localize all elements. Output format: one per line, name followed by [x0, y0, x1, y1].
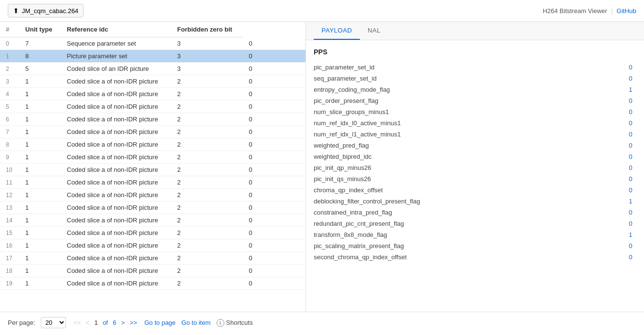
right-panel: PAYLOAD NAL PPS pic_parameter_set_id 0 s…	[306, 22, 644, 312]
tab-payload[interactable]: PAYLOAD	[314, 22, 360, 40]
file-open-button[interactable]: ⬆ JM_cqm_cabac.264	[8, 4, 84, 17]
prop-name: pic_init_qp_minus26	[314, 162, 440, 173]
info-icon: i	[217, 319, 224, 327]
row-zero-bit: 0	[243, 201, 305, 214]
row-num: 1	[19, 252, 61, 265]
table-row[interactable]: 19 1 Coded slice a of non-IDR picture 2 …	[0, 277, 305, 290]
prop-name: chroma_qp_index_offset	[314, 184, 440, 196]
table-row[interactable]: 8 1 Coded slice a of non-IDR picture 2 0	[0, 138, 305, 151]
github-link[interactable]: GitHub	[617, 7, 636, 15]
row-zero-bit: 0	[243, 176, 305, 189]
of-label: of	[101, 318, 109, 327]
nav-last[interactable]: >>	[128, 318, 138, 327]
row-index: 0	[0, 37, 19, 50]
prop-name: num_ref_idx_l1_active_minus1	[314, 129, 440, 140]
table-row[interactable]: 17 1 Coded slice a of non-IDR picture 2 …	[0, 252, 305, 265]
prop-name: seq_parameter_set_id	[314, 73, 440, 84]
go-to-page-link[interactable]: Go to page	[144, 319, 175, 326]
row-zero-bit: 0	[243, 227, 305, 239]
row-type: Picture parameter set	[61, 50, 171, 63]
row-num: 1	[19, 227, 61, 239]
row-type: Coded slice a of non-IDR picture	[61, 151, 171, 164]
table-row[interactable]: 7 1 Coded slice a of non-IDR picture 2 0	[0, 126, 305, 138]
table-row[interactable]: 12 1 Coded slice a of non-IDR picture 2 …	[0, 189, 305, 201]
table-header-row: # Unit type Reference idc Forbidden zero…	[0, 22, 305, 37]
prop-name: pic_init_qs_minus26	[314, 173, 440, 184]
tab-bar: PAYLOAD NAL	[306, 22, 644, 40]
prop-value: 0	[440, 218, 636, 229]
table-row[interactable]: 5 1 Coded slice a of non-IDR picture 2 0	[0, 100, 305, 113]
row-type: Coded slice a of non-IDR picture	[61, 227, 171, 239]
row-ref-idc: 2	[171, 227, 243, 239]
table-row[interactable]: 16 1 Coded slice a of non-IDR picture 2 …	[0, 239, 305, 252]
table-row[interactable]: 0 7 Sequence parameter set 3 0	[0, 37, 305, 50]
property-row: num_slice_groups_minus1 0	[314, 106, 636, 117]
table-row[interactable]: 18 1 Coded slice a of non-IDR picture 2 …	[0, 265, 305, 277]
row-index: 9	[0, 151, 19, 164]
table-row[interactable]: 11 1 Coded slice a of non-IDR picture 2 …	[0, 176, 305, 189]
prop-name: pic_scaling_matrix_present_flag	[314, 240, 440, 251]
table-row[interactable]: 14 1 Coded slice a of non-IDR picture 2 …	[0, 214, 305, 227]
upload-icon: ⬆	[13, 7, 19, 15]
row-num: 1	[19, 189, 61, 201]
prop-name: constrained_intra_pred_flag	[314, 207, 440, 218]
prop-value: 0	[440, 73, 636, 84]
table-row[interactable]: 10 1 Coded slice a of non-IDR picture 2 …	[0, 164, 305, 176]
table-row[interactable]: 6 1 Coded slice a of non-IDR picture 2 0	[0, 113, 305, 126]
prop-name: redundant_pic_cnt_present_flag	[314, 218, 440, 229]
nav-prev[interactable]: <	[85, 318, 91, 327]
row-ref-idc: 2	[171, 126, 243, 138]
row-zero-bit: 0	[243, 214, 305, 227]
nav-first[interactable]: <<	[72, 318, 82, 327]
row-type: Coded slice a of non-IDR picture	[61, 239, 171, 252]
tab-nal[interactable]: NAL	[360, 22, 389, 40]
property-row: chroma_qp_index_offset 0	[314, 184, 636, 196]
shortcuts-button[interactable]: i Shortcuts	[217, 319, 253, 327]
prop-value: 1	[440, 196, 636, 207]
row-num: 1	[19, 239, 61, 252]
table-row[interactable]: 1 8 Picture parameter set 3 0	[0, 50, 305, 63]
table-row[interactable]: 13 1 Coded slice a of non-IDR picture 2 …	[0, 201, 305, 214]
col-header-zero-bit: Forbidden zero bit	[171, 22, 243, 37]
row-ref-idc: 2	[171, 252, 243, 265]
table-row[interactable]: 3 1 Coded slice a of non-IDR picture 2 0	[0, 75, 305, 88]
section-title: PPS	[314, 48, 636, 56]
total-pages: 6	[111, 318, 118, 327]
table-row[interactable]: 15 1 Coded slice a of non-IDR picture 2 …	[0, 227, 305, 239]
panel-content: PPS pic_parameter_set_id 0 seq_parameter…	[306, 40, 644, 312]
row-type: Coded slice a of non-IDR picture	[61, 252, 171, 265]
prop-value: 0	[440, 184, 636, 196]
row-type: Coded slice a of non-IDR picture	[61, 265, 171, 277]
row-ref-idc: 2	[171, 277, 243, 290]
row-ref-idc: 2	[171, 201, 243, 214]
col-header-ref-idc: Reference idc	[61, 22, 171, 37]
row-type: Coded slice a of non-IDR picture	[61, 126, 171, 138]
row-index: 14	[0, 214, 19, 227]
per-page-select[interactable]: 10 20 50 100	[41, 317, 66, 328]
row-num: 1	[19, 151, 61, 164]
shortcuts-label: Shortcuts	[226, 319, 253, 326]
row-index: 1	[0, 50, 19, 63]
nav-next[interactable]: >	[119, 318, 126, 327]
prop-value: 0	[440, 251, 636, 263]
table-row[interactable]: 9 1 Coded slice a of non-IDR picture 2 0	[0, 151, 305, 164]
row-zero-bit: 0	[243, 113, 305, 126]
property-row: num_ref_idx_l0_active_minus1 0	[314, 117, 636, 129]
table-row[interactable]: 4 1 Coded slice a of non-IDR picture 2 0	[0, 88, 305, 100]
row-index: 12	[0, 189, 19, 201]
prop-value: 1	[440, 84, 636, 95]
row-index: 15	[0, 227, 19, 239]
property-row: entropy_coding_mode_flag 1	[314, 84, 636, 95]
property-row: pic_parameter_set_id 0	[314, 62, 636, 73]
row-index: 17	[0, 252, 19, 265]
go-to-item-link[interactable]: Go to item	[182, 319, 211, 326]
row-ref-idc: 2	[171, 100, 243, 113]
row-num: 1	[19, 201, 61, 214]
row-ref-idc: 2	[171, 265, 243, 277]
row-num: 1	[19, 214, 61, 227]
file-name-label: JM_cqm_cabac.264	[22, 7, 78, 15]
property-row: deblocking_filter_control_present_flag 1	[314, 196, 636, 207]
table-row[interactable]: 2 5 Coded slice of an IDR picture 3 0	[0, 63, 305, 75]
main-layout: # Unit type Reference idc Forbidden zero…	[0, 22, 644, 312]
col-header-hash: #	[0, 22, 19, 37]
